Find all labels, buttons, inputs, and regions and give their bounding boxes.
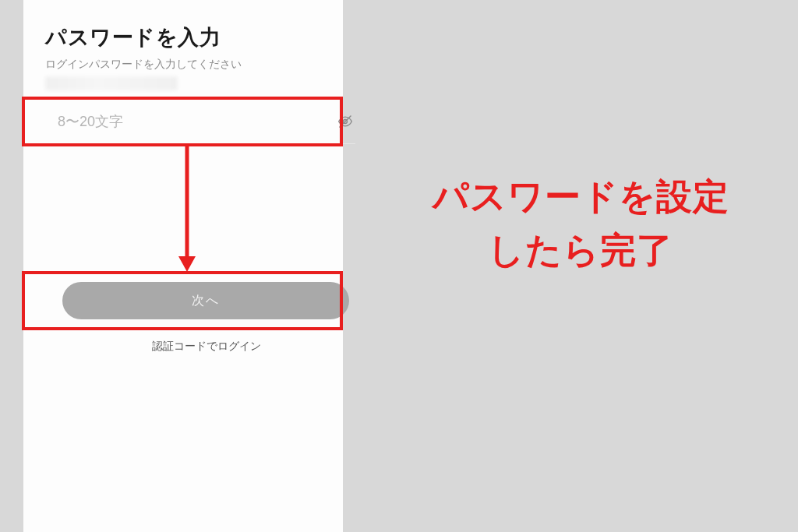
next-button[interactable]: 次へ	[62, 282, 349, 319]
auth-code-login-link[interactable]: 認証コードでログイン	[47, 340, 366, 354]
annotation-caption: パスワードを設定 したら完了	[374, 170, 787, 277]
toggle-visibility-icon[interactable]	[337, 113, 354, 130]
password-input[interactable]	[58, 114, 291, 130]
page-subtitle: ログインパスワードを入力してください	[23, 55, 343, 72]
annotation-line2: したら完了	[488, 230, 673, 270]
redacted-info	[45, 76, 178, 90]
password-field-row	[58, 103, 354, 140]
annotation-arrow-icon	[175, 146, 199, 273]
input-underline	[58, 143, 355, 144]
annotation-line1: パスワードを設定	[433, 176, 729, 217]
svg-marker-3	[178, 256, 196, 272]
page-title: パスワードを入力	[23, 0, 343, 55]
